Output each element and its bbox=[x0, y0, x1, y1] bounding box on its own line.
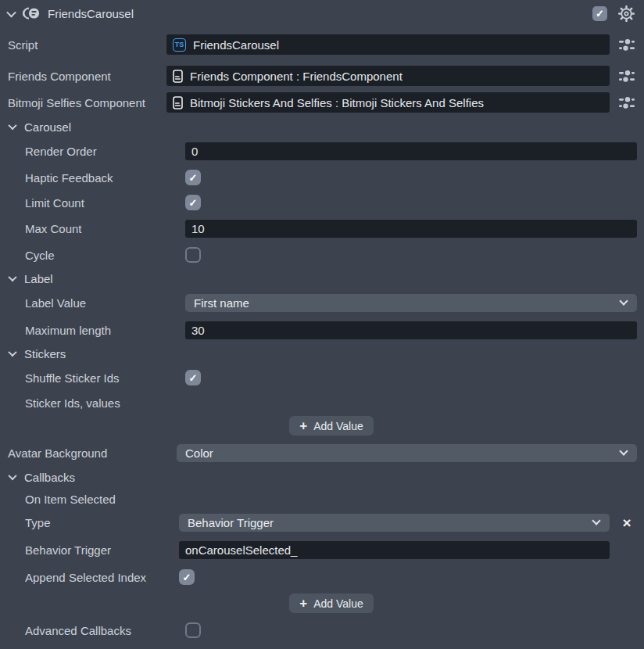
cycle-checkbox[interactable]: ✓ bbox=[185, 247, 201, 263]
section-label[interactable]: Label bbox=[0, 271, 644, 286]
render-order-row: Render Order bbox=[0, 142, 644, 160]
limit-count-row: Limit Count ✓ bbox=[0, 195, 644, 210]
connections-icon[interactable] bbox=[618, 39, 635, 51]
script-component-icon bbox=[173, 96, 183, 109]
avatar-background-dropdown[interactable]: Color bbox=[177, 444, 637, 462]
connections-icon[interactable] bbox=[618, 70, 635, 82]
cycle-label: Cycle bbox=[25, 249, 185, 262]
max-count-row: Max Count bbox=[0, 220, 644, 238]
chevron-down-icon bbox=[8, 472, 16, 480]
chevron-down-icon bbox=[619, 296, 628, 305]
label-value-row: Label Value First name bbox=[0, 294, 644, 312]
section-carousel-title: Carousel bbox=[24, 120, 71, 134]
sticker-ids-label: Sticker Ids, values bbox=[25, 396, 185, 410]
friends-component-row: Friends Component Friends Component : Fr… bbox=[0, 66, 644, 86]
shuffle-sticker-ids-checkbox[interactable]: ✓ bbox=[185, 370, 201, 385]
limit-count-label: Limit Count bbox=[25, 196, 185, 210]
script-asset-value: FriendsCarousel bbox=[193, 38, 279, 52]
chevron-down-icon bbox=[619, 446, 628, 455]
script-row: Script TS FriendsCarousel bbox=[0, 34, 644, 55]
check-icon: ✓ bbox=[596, 9, 604, 19]
behavior-trigger-row: Behavior Trigger bbox=[0, 541, 644, 559]
component-title: FriendsCarousel bbox=[48, 7, 134, 20]
max-count-input[interactable] bbox=[185, 220, 637, 238]
gear-icon[interactable] bbox=[618, 5, 635, 22]
sticker-ids-row: Sticker Ids, values bbox=[0, 395, 644, 411]
advanced-callbacks-checkbox[interactable]: ✓ bbox=[185, 622, 201, 638]
close-icon[interactable]: × bbox=[622, 515, 631, 530]
bitmoji-selfies-component-value: Bitmoji Stickers And Selfies : Bitmoji S… bbox=[190, 96, 484, 109]
cycle-row: Cycle ✓ bbox=[0, 247, 644, 263]
section-callbacks-title: Callbacks bbox=[24, 471, 75, 484]
plus-icon: + bbox=[299, 419, 307, 432]
callback-type-selected: Behavior Trigger bbox=[188, 516, 274, 529]
render-order-input[interactable] bbox=[185, 142, 637, 160]
haptic-feedback-row: Haptic Feedback ✓ bbox=[0, 170, 644, 185]
append-selected-index-row: Append Selected Index ✓ bbox=[0, 569, 644, 585]
bitmoji-selfies-component-row: Bitmoji Selfies Component Bitmoji Sticke… bbox=[0, 92, 644, 113]
avatar-background-selected: Color bbox=[185, 446, 213, 460]
label-value-dropdown[interactable]: First name bbox=[185, 294, 637, 312]
chevron-down-icon bbox=[8, 273, 16, 281]
add-value-label: Add Value bbox=[313, 420, 363, 432]
advanced-callbacks-label: Advanced Callbacks bbox=[25, 624, 185, 637]
advanced-callbacks-row: Advanced Callbacks ✓ bbox=[0, 622, 644, 638]
callback-type-dropdown[interactable]: Behavior Trigger bbox=[179, 514, 610, 532]
avatar-background-label: Avatar Background bbox=[8, 446, 177, 460]
avatar-background-row: Avatar Background Color bbox=[0, 444, 644, 462]
haptic-feedback-label: Haptic Feedback bbox=[25, 171, 185, 185]
section-stickers[interactable]: Stickers bbox=[0, 346, 644, 361]
component-header: FriendsCarousel ✓ bbox=[0, 5, 644, 22]
check-icon: ✓ bbox=[183, 572, 191, 583]
friends-carousel-component-icon bbox=[21, 5, 41, 21]
add-value-label: Add Value bbox=[313, 597, 363, 610]
maximum-length-row: Maximum length bbox=[0, 321, 644, 339]
script-label: Script bbox=[8, 38, 166, 52]
limit-count-checkbox[interactable]: ✓ bbox=[185, 195, 201, 210]
section-callbacks[interactable]: Callbacks bbox=[0, 469, 644, 485]
friends-component-field[interactable]: Friends Component : FriendsComponent bbox=[166, 66, 610, 86]
maximum-length-input[interactable] bbox=[185, 321, 637, 339]
render-order-label: Render Order bbox=[25, 145, 185, 158]
append-selected-index-label: Append Selected Index bbox=[25, 571, 179, 584]
section-label-title: Label bbox=[24, 272, 53, 285]
on-item-selected-label: On Item Selected bbox=[25, 493, 116, 506]
stickers-add-value-row: + Add Value bbox=[0, 416, 644, 436]
check-icon: ✓ bbox=[189, 373, 198, 383]
plus-icon: + bbox=[299, 597, 307, 610]
add-value-button[interactable]: + Add Value bbox=[289, 593, 374, 613]
script-asset-field[interactable]: TS FriendsCarousel bbox=[166, 34, 610, 55]
section-carousel[interactable]: Carousel bbox=[0, 119, 644, 134]
callback-type-row: Type Behavior Trigger × bbox=[0, 514, 644, 532]
append-selected-index-checkbox[interactable]: ✓ bbox=[179, 569, 195, 585]
label-value-selected: First name bbox=[194, 296, 249, 310]
chevron-down-icon bbox=[8, 348, 16, 357]
bitmoji-selfies-component-field[interactable]: Bitmoji Stickers And Selfies : Bitmoji S… bbox=[166, 92, 610, 113]
max-count-label: Max Count bbox=[25, 222, 185, 235]
chevron-down-icon bbox=[592, 516, 600, 525]
script-component-icon bbox=[173, 70, 183, 83]
check-icon: ✓ bbox=[189, 173, 198, 183]
chevron-down-icon bbox=[8, 121, 16, 130]
maximum-length-label: Maximum length bbox=[25, 324, 185, 337]
shuffle-sticker-ids-label: Shuffle Sticker Ids bbox=[25, 371, 185, 385]
shuffle-sticker-ids-row: Shuffle Sticker Ids ✓ bbox=[0, 370, 644, 385]
callback-type-label: Type bbox=[25, 516, 179, 529]
check-icon: ✓ bbox=[189, 198, 198, 208]
on-item-selected-row: On Item Selected bbox=[0, 492, 644, 506]
haptic-feedback-checkbox[interactable]: ✓ bbox=[185, 170, 201, 185]
add-value-button[interactable]: + Add Value bbox=[289, 416, 374, 436]
callbacks-add-value-row: + Add Value bbox=[0, 593, 644, 613]
typescript-icon: TS bbox=[173, 38, 186, 52]
friends-component-label: Friends Component bbox=[8, 70, 166, 83]
section-stickers-title: Stickers bbox=[24, 347, 66, 360]
bitmoji-selfies-component-label: Bitmoji Selfies Component bbox=[8, 96, 166, 109]
behavior-trigger-label: Behavior Trigger bbox=[25, 543, 179, 557]
component-enabled-checkbox[interactable]: ✓ bbox=[592, 6, 607, 21]
connections-icon[interactable] bbox=[618, 97, 635, 109]
behavior-trigger-input[interactable] bbox=[179, 541, 610, 559]
label-value-label: Label Value bbox=[25, 296, 185, 310]
friends-component-value: Friends Component : FriendsComponent bbox=[190, 70, 402, 83]
collapse-chevron-icon[interactable] bbox=[6, 7, 16, 17]
